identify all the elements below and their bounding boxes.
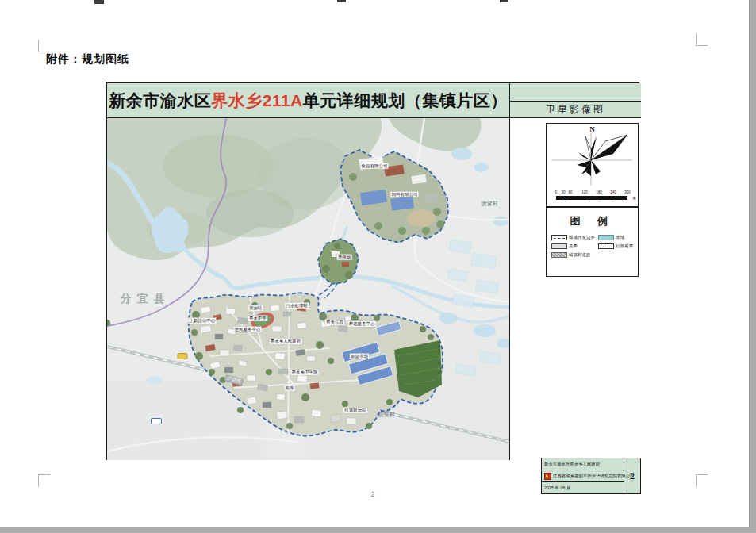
scale-tick: 240 [610, 190, 616, 194]
crop-mark-top-right [696, 33, 708, 46]
map-label: 便民服务中心 [234, 327, 262, 332]
map-label: 饲料有限公司 [391, 192, 419, 197]
crop-mark-bottom-right [696, 474, 708, 487]
panel-title: 卫星影像图 [510, 102, 641, 118]
company-logo-icon [544, 473, 551, 480]
scale-unit: 米 [632, 196, 636, 201]
government-name: 新余市渝水区界水乡人民政府 [544, 462, 600, 467]
scale-bar: 米 03060120180240300 [551, 190, 635, 205]
title-block-row: 江西省城乡规划市政设计研究总院有限公司 [542, 470, 624, 482]
document-page: 附件：规划图纸 2 新余市渝水区界水乡211A单元详细规划（集镇片区） 卫星影像… [0, 0, 756, 533]
crop-mark-top-left [38, 40, 50, 52]
title-block-rows: 新余市渝水区界水乡人民政府 江西省城乡规划市政设计研究总院有限公司 2025 年… [542, 458, 624, 493]
legend-item: 县界 [551, 243, 598, 249]
legend-swatch-dash-box [551, 235, 567, 240]
title-block: 新余市渝水区界水乡人民政府 江西省城乡规划市政设计研究总院有限公司 2025 年… [541, 458, 641, 494]
road-badge-icon [178, 353, 188, 359]
clipped-content-mark [94, 0, 104, 4]
legend-swatch-solid-box [551, 243, 567, 249]
map-label: 垃圾转运站 [343, 408, 367, 413]
legend-label: 水域 [616, 235, 624, 240]
scale-tick: 0 [555, 190, 558, 194]
map-label: 粮库 [285, 385, 295, 391]
title-prefix: 新余市渝水区 [109, 91, 211, 109]
map-label: 界水乡卫生院 [291, 370, 319, 375]
legend-column-2: 水域行政村界 [598, 235, 635, 258]
scale-tick: 180 [596, 190, 602, 194]
compass-panel: N 米 03060120180240300 [546, 123, 639, 207]
map-label: 养老服务中心 [348, 321, 376, 327]
legend-label: 行政村界 [616, 243, 633, 249]
legend-panel: 图 例 城镇开发边界县界城镇村道路 水域行政村界 [546, 207, 639, 277]
scale-segment [563, 198, 570, 201]
sheet-title-band: 新余市渝水区界水乡211A单元详细规划（集镇片区） [107, 83, 510, 118]
legend-column-1: 城镇开发边界县界城镇村道路 [551, 235, 598, 258]
sheet-title: 新余市渝水区界水乡211A单元详细规划（集镇片区） [109, 90, 508, 112]
title-block-row: 新余市渝水区界水乡人民政府 [542, 458, 624, 470]
plan-sheet-frame: 新余市渝水区界水乡211A单元详细规划（集镇片区） 卫星影像图 [106, 82, 639, 460]
legend-label: 城镇村道路 [569, 252, 591, 258]
scale-tick: 120 [581, 190, 588, 194]
map-label: 界水乡人民政府 [270, 339, 302, 344]
place-name: 塘背村 [482, 200, 498, 208]
scale-tick: 30 [561, 190, 565, 194]
legend-item: 行政村界 [598, 243, 635, 249]
compass-rose-icon [547, 132, 638, 189]
title-highlight: 界水乡211A [211, 91, 303, 109]
legend-item: 城镇开发边界 [551, 235, 598, 240]
page-edge-bottom [0, 527, 756, 533]
title-suffix: 单元详细规划（集镇片区） [303, 91, 508, 109]
legend-item: 水域 [598, 235, 635, 240]
clipped-content-mark [500, 0, 508, 2]
road-badge-icon [151, 418, 162, 424]
map-label: 秀美公园 [325, 320, 344, 325]
attachment-heading: 附件：规划图纸 [46, 52, 129, 67]
page-edge-right [749, 0, 756, 533]
scale-segment [613, 198, 627, 201]
map-label: 界水中学 [248, 316, 267, 321]
road-name: 沪昆线 [224, 374, 244, 386]
crop-mark-bottom-left [38, 474, 50, 487]
map-label: 食品有限公司 [361, 163, 389, 169]
satellite-map[interactable]: 食品有限公司饲料有限公司养殖场污水处理站加油站界水中学秀美公园养老服务中心上新活… [107, 118, 510, 460]
legend-swatch-dashdot-box [598, 243, 614, 249]
scale-tick: 60 [568, 190, 572, 194]
sheet-number: 2 [624, 458, 640, 493]
scale-segment [599, 198, 613, 201]
legend-swatch-water-fill [598, 235, 614, 240]
clipped-content-mark [337, 0, 346, 2]
map-label: 上新活动中心 [189, 318, 217, 324]
map-label: 加油站 [248, 305, 263, 311]
title-block-row: 2025 年 06 月 [542, 482, 624, 493]
page-number: 2 [365, 490, 381, 498]
legend-swatch-hatch-box [551, 252, 567, 258]
legend-title: 图 例 [547, 214, 638, 228]
legend-label: 城镇开发边界 [569, 235, 595, 240]
scale-segment [556, 198, 563, 201]
map-label: 污水处理站 [285, 303, 309, 309]
map-sidebar: N 米 03060120180240300 [510, 118, 641, 460]
map-labels: 食品有限公司饲料有限公司养殖场污水处理站加油站界水中学秀美公园养老服务中心上新活… [107, 118, 510, 460]
design-company-name: 江西省城乡规划市政设计研究总院有限公司 [553, 474, 634, 479]
map-label: 养殖场 [337, 255, 352, 260]
plan-date: 2025 年 06 月 [544, 485, 570, 491]
map-label: 农贸市场 [350, 354, 369, 359]
legend-label: 县界 [569, 243, 578, 249]
legend-item: 城镇村道路 [551, 252, 598, 258]
place-name: 分宜县 [121, 292, 171, 306]
scale-segment [585, 198, 599, 201]
scale-tick: 300 [624, 190, 631, 194]
scale-segment [570, 198, 585, 201]
place-name: 新安村 [378, 411, 395, 419]
sidebar-top-cell [510, 83, 641, 102]
